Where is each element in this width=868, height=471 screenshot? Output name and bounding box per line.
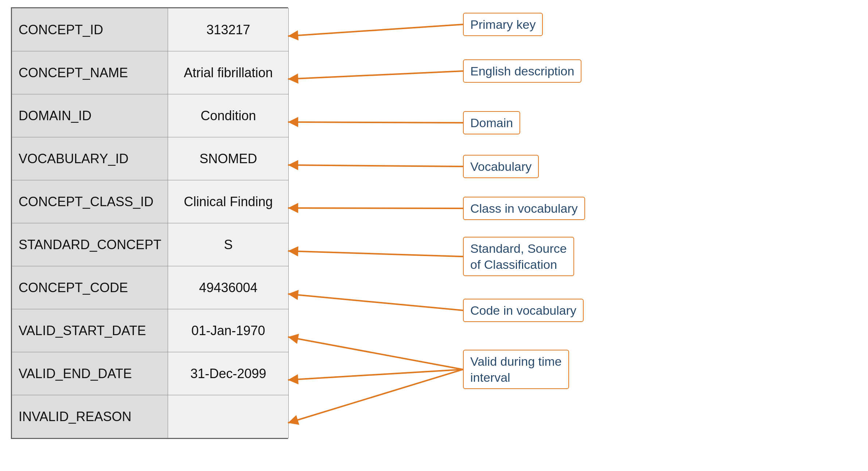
field-value [168, 395, 289, 438]
domain-label: Domain [463, 111, 520, 134]
table-row: VOCABULARY_IDSNOMED [12, 137, 289, 180]
annotations-section: Primary keyEnglish descriptionDomainVoca… [288, 7, 857, 463]
svg-line-2 [288, 71, 463, 79]
svg-line-18 [288, 369, 463, 423]
svg-line-14 [288, 337, 463, 369]
svg-marker-13 [288, 290, 299, 300]
table-row: VALID_START_DATE01-Jan-1970 [12, 309, 289, 352]
field-name: STANDARD_CONCEPT [12, 223, 168, 266]
svg-marker-17 [288, 374, 299, 384]
field-value: Clinical Finding [168, 180, 289, 223]
field-value: 49436004 [168, 266, 289, 309]
field-name: INVALID_REASON [12, 395, 168, 438]
table-row: CONCEPT_CODE49436004 [12, 266, 289, 309]
svg-line-0 [288, 24, 463, 36]
field-name: VALID_START_DATE [12, 309, 168, 352]
svg-marker-5 [288, 117, 298, 127]
field-name: VALID_END_DATE [12, 352, 168, 395]
field-name: VOCABULARY_ID [12, 137, 168, 180]
field-value: Condition [168, 94, 289, 137]
standard-source-label: Standard, Sourceof Classification [463, 237, 574, 276]
english-description-label: English description [463, 59, 581, 83]
svg-marker-9 [288, 203, 298, 213]
field-name: DOMAIN_ID [12, 94, 168, 137]
table-row: CONCEPT_NAMEAtrial fibrillation [12, 51, 289, 94]
svg-marker-3 [288, 74, 299, 84]
field-name: CONCEPT_CLASS_ID [12, 180, 168, 223]
valid-time-interval-label: Valid during timeinterval [463, 350, 569, 389]
table-row: VALID_END_DATE31-Dec-2099 [12, 352, 289, 395]
table-row: DOMAIN_IDCondition [12, 94, 289, 137]
svg-marker-11 [288, 246, 298, 256]
field-value: S [168, 223, 289, 266]
svg-line-10 [288, 251, 463, 256]
svg-marker-7 [288, 160, 298, 170]
class-in-vocabulary-label: Class in vocabulary [463, 197, 585, 220]
field-value: 01-Jan-1970 [168, 309, 289, 352]
svg-line-12 [288, 294, 463, 310]
main-container: CONCEPT_ID313217CONCEPT_NAMEAtrial fibri… [0, 0, 868, 471]
table-row: CONCEPT_ID313217 [12, 8, 289, 51]
svg-line-6 [288, 165, 463, 166]
svg-line-4 [288, 122, 463, 123]
vocabulary-label: Vocabulary [463, 155, 539, 178]
svg-marker-19 [288, 415, 299, 425]
concept-table: CONCEPT_ID313217CONCEPT_NAMEAtrial fibri… [11, 7, 288, 439]
svg-line-16 [288, 369, 463, 380]
primary-key-label: Primary key [463, 13, 543, 36]
field-value: 313217 [168, 8, 289, 51]
field-value: SNOMED [168, 137, 289, 180]
field-name: CONCEPT_NAME [12, 51, 168, 94]
svg-line-8 [288, 208, 463, 208]
table-row: CONCEPT_CLASS_IDClinical Finding [12, 180, 289, 223]
table-row: INVALID_REASON [12, 395, 289, 438]
field-value: 31-Dec-2099 [168, 352, 289, 395]
svg-marker-15 [288, 334, 299, 344]
field-value: Atrial fibrillation [168, 51, 289, 94]
code-in-vocabulary-label: Code in vocabulary [463, 299, 584, 322]
field-name: CONCEPT_ID [12, 8, 168, 51]
table-row: STANDARD_CONCEPTS [12, 223, 289, 266]
field-name: CONCEPT_CODE [12, 266, 168, 309]
svg-marker-1 [288, 30, 299, 40]
